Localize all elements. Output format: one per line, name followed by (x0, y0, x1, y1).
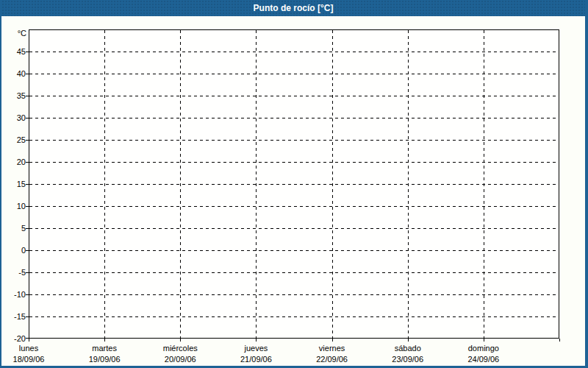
y-tick-mark (26, 206, 29, 207)
y-tick-label: -15 (1, 311, 26, 322)
y-grid-line (29, 74, 559, 74)
x-tick-mark (256, 339, 257, 342)
y-tick-label: 25 (1, 135, 26, 145)
y-grid-line (29, 184, 559, 185)
chart-window: Punto de rocío [°C] °C 45403530252015105… (0, 0, 588, 368)
x-tick-mark (332, 339, 333, 342)
y-tick-label: 10 (1, 201, 26, 211)
y-tick-mark (26, 96, 29, 96)
y-grid-line (29, 250, 559, 251)
y-grid-line (29, 272, 559, 273)
y-grid-line (29, 316, 559, 317)
y-tick-label: 40 (1, 68, 26, 79)
chart-title: Punto de rocío [°C] (254, 3, 334, 13)
y-tick-label: 30 (1, 113, 26, 123)
y-tick-label: -10 (1, 289, 26, 300)
y-grid-line (29, 140, 559, 141)
y-tick-mark (26, 272, 29, 273)
y-tick-label: 5 (1, 223, 26, 233)
x-grid-line (484, 30, 484, 338)
x-day-label: jueves (212, 343, 300, 353)
y-tick-mark (26, 294, 29, 295)
y-grid-line (29, 96, 559, 96)
y-grid-line (29, 206, 559, 207)
x-date-label: 21/09/06 (212, 354, 300, 364)
y-tick-label: -5 (1, 267, 26, 277)
y-tick-label: -20 (1, 333, 26, 344)
y-tick-mark (26, 118, 29, 118)
y-grid-line (29, 118, 559, 118)
y-tick-label: 45 (1, 46, 26, 57)
x-day-label: martes (60, 343, 148, 353)
x-grid-line (256, 30, 257, 338)
x-date-label: 23/09/06 (364, 354, 452, 364)
y-tick-mark (26, 316, 29, 317)
x-tick-mark (408, 339, 409, 342)
x-tick-mark (29, 339, 29, 342)
x-date-label: 20/09/06 (136, 354, 224, 364)
y-tick-mark (26, 228, 29, 229)
x-tick-mark (559, 339, 560, 342)
x-day-label: domingo (440, 343, 528, 353)
y-tick-label: 15 (1, 179, 26, 189)
y-tick-mark (26, 162, 29, 163)
x-tick-mark (484, 339, 484, 342)
y-tick-mark (26, 250, 29, 251)
x-grid-line (180, 30, 181, 338)
y-axis-unit-label: °C (1, 29, 26, 38)
x-day-label: viernes (288, 343, 376, 353)
x-tick-mark (104, 339, 105, 342)
x-tick-mark (180, 339, 181, 342)
y-tick-mark (26, 140, 29, 141)
y-grid-line (29, 52, 559, 52)
y-tick-mark (26, 184, 29, 185)
y-grid-line (29, 162, 559, 163)
y-tick-label: 20 (1, 157, 26, 167)
y-tick-label: 0 (1, 245, 26, 255)
x-grid-line (408, 30, 409, 338)
y-tick-mark (26, 74, 29, 74)
x-day-label: miércoles (136, 343, 224, 353)
x-date-label: 22/09/06 (288, 354, 376, 364)
y-tick-label: 35 (1, 91, 26, 101)
x-date-label: 24/09/06 (440, 354, 528, 364)
x-grid-line (332, 30, 333, 338)
y-grid-line (29, 294, 559, 295)
chart-title-bar: Punto de rocío [°C] (1, 0, 585, 16)
x-grid-line (104, 30, 105, 338)
x-day-label: sábado (364, 343, 452, 353)
y-grid-line (29, 228, 559, 229)
x-date-label: 19/09/06 (60, 354, 148, 364)
y-tick-mark (26, 52, 29, 52)
chart-area: °C 454035302520151050-5-10-15-20lunes18/… (1, 16, 585, 366)
